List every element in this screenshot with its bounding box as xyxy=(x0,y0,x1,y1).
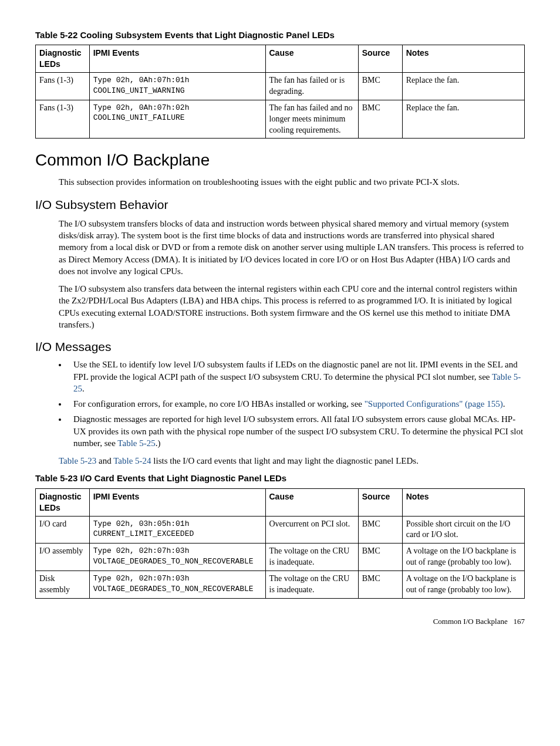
list-item: For configuration errors, for example, n… xyxy=(68,398,525,410)
cell-diag: Fans (1-3) xyxy=(36,73,90,100)
cell-cause: The voltage on the CRU is inadequate. xyxy=(265,571,358,599)
cell-source: BMC xyxy=(358,73,402,100)
heading-common-io-backplane: Common I/O Backplane xyxy=(35,149,525,171)
bullet-text: . xyxy=(82,384,85,393)
paragraph: This subsection provides information on … xyxy=(59,176,525,188)
page-number: 167 xyxy=(514,617,525,626)
cell-notes: Replace the fan. xyxy=(402,73,524,100)
cell-diag: I/O card xyxy=(36,516,90,544)
cell-diag: Disk assembly xyxy=(36,571,90,599)
bullet-text: For configuration errors, for example, n… xyxy=(73,399,365,409)
cell-ipmi: Type 02h, 03h:05h:01h CURRENT_LIMIT_EXCE… xyxy=(89,516,265,544)
table-22: Diagnostic LEDs IPMI Events Cause Source… xyxy=(35,45,525,139)
cell-cause: Overcurrent on PCI slot. xyxy=(265,516,358,544)
link-supported-configurations[interactable]: "Supported Configurations" (page 155) xyxy=(365,399,503,409)
table-row: Fans (1-3) Type 02h, 0Ah:07h:01h COOLING… xyxy=(36,73,525,100)
bullet-text: . xyxy=(503,399,505,409)
cell-cause: The fan has failed or is degrading. xyxy=(265,73,358,100)
cell-source: BMC xyxy=(358,516,402,544)
table-row: Disk assembly Type 02h, 02h:07h:03h VOLT… xyxy=(36,571,525,599)
page-footer: Common I/O Backplane 167 xyxy=(35,616,525,627)
bullet-text: .) xyxy=(156,438,161,448)
cell-ipmi: Type 02h, 0Ah:07h:02h COOLING_UNIT_FAILU… xyxy=(89,100,265,139)
footer-section: Common I/O Backplane xyxy=(433,617,508,626)
cell-cause: The voltage on the CRU is inadequate. xyxy=(265,544,358,571)
paragraph: Table 5-23 and Table 5-24 lists the I/O … xyxy=(59,455,525,467)
th-diag: Diagnostic LEDs xyxy=(36,45,90,73)
cell-ipmi: Type 02h, 0Ah:07h:01h COOLING_UNIT_WARNI… xyxy=(89,73,265,100)
table-row: I/O assembly Type 02h, 02h:07h:03h VOLTA… xyxy=(36,544,525,571)
th-notes: Notes xyxy=(402,45,524,73)
heading-io-subsystem-behavior: I/O Subsystem Behavior xyxy=(35,197,525,213)
cell-ipmi: Type 02h, 02h:07h:03h VOLTAGE_DEGRADES_T… xyxy=(89,544,265,571)
link-table-5-24[interactable]: Table 5-24 xyxy=(113,456,151,465)
cell-notes: A voltage on the I/O backplane is out of… xyxy=(402,544,524,571)
cell-source: BMC xyxy=(358,100,402,139)
th-cause: Cause xyxy=(265,45,358,73)
cell-ipmi: Type 02h, 02h:07h:03h VOLTAGE_DEGRADES_T… xyxy=(89,571,265,599)
cell-source: BMC xyxy=(358,571,402,599)
table-23: Diagnostic LEDs IPMI Events Cause Source… xyxy=(35,488,525,599)
paragraph: The I/O subsystem also transfers data be… xyxy=(59,283,525,330)
cell-notes: Possible short circuit on the I/O card o… xyxy=(402,516,524,544)
th-diag: Diagnostic LEDs xyxy=(36,488,90,516)
th-notes: Notes xyxy=(402,488,524,516)
list-item: Diagnostic messages are reported for hig… xyxy=(68,413,525,449)
th-source: Source xyxy=(358,488,402,516)
th-ipmi: IPMI Events xyxy=(89,45,265,73)
cell-diag: I/O assembly xyxy=(36,544,90,571)
paragraph: The I/O subsystem transfers blocks of da… xyxy=(59,218,525,277)
bullet-text: Use the SEL to identify low level I/O su… xyxy=(73,360,518,381)
cell-notes: A voltage on the I/O backplane is out of… xyxy=(402,571,524,599)
cell-diag: Fans (1-3) xyxy=(36,100,90,139)
cell-notes: Replace the fan. xyxy=(402,100,524,139)
heading-io-messages: I/O Messages xyxy=(35,339,525,355)
list-item: Use the SEL to identify low level I/O su… xyxy=(68,359,525,394)
cell-source: BMC xyxy=(358,544,402,571)
bullet-list: Use the SEL to identify low level I/O su… xyxy=(68,359,525,449)
table-22-caption: Table 5-22 Cooling Subsystem Events that… xyxy=(35,29,525,41)
th-ipmi: IPMI Events xyxy=(89,488,265,516)
th-cause: Cause xyxy=(265,488,358,516)
link-table-5-23[interactable]: Table 5-23 xyxy=(59,456,96,465)
table-23-caption: Table 5-23 I/O Card Events that Light Di… xyxy=(35,472,525,484)
th-source: Source xyxy=(358,45,402,73)
text: and xyxy=(96,456,113,465)
text: lists the I/O card events that light and… xyxy=(151,456,419,465)
table-row: Fans (1-3) Type 02h, 0Ah:07h:02h COOLING… xyxy=(36,100,525,139)
table-row: I/O card Type 02h, 03h:05h:01h CURRENT_L… xyxy=(36,516,525,544)
cell-cause: The fan has failed and no longer meets m… xyxy=(265,100,358,139)
link-table-5-25[interactable]: Table 5-25 xyxy=(117,438,155,448)
